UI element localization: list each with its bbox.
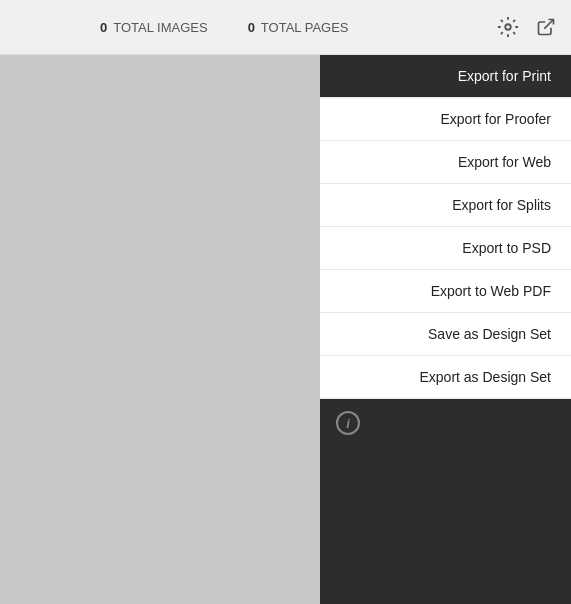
header-stats: 0 TOTAL IMAGES 0 TOTAL PAGES — [0, 20, 349, 35]
header: 0 TOTAL IMAGES 0 TOTAL PAGES — [0, 0, 571, 55]
svg-line-1 — [544, 20, 553, 29]
menu-item-export-psd[interactable]: Export to PSD — [320, 227, 571, 270]
menu-panel: Export for Print Export for Proofer Expo… — [320, 55, 571, 604]
settings-icon — [497, 16, 519, 38]
menu-item-export-splits[interactable]: Export for Splits — [320, 184, 571, 227]
menu-item-save-design-set[interactable]: Save as Design Set — [320, 313, 571, 356]
total-pages-label: TOTAL PAGES — [261, 20, 349, 35]
bottom-panel: i — [320, 399, 571, 604]
svg-point-0 — [505, 24, 511, 30]
info-button[interactable]: i — [336, 411, 360, 435]
main-area: Export for Print Export for Proofer Expo… — [0, 55, 571, 604]
settings-button[interactable] — [493, 12, 523, 42]
total-images-value: 0 — [100, 20, 107, 35]
external-link-icon — [536, 17, 556, 37]
total-images-label: TOTAL IMAGES — [113, 20, 207, 35]
external-link-button[interactable] — [531, 12, 561, 42]
menu-item-export-design-set[interactable]: Export as Design Set — [320, 356, 571, 399]
menu-item-export-webpdf[interactable]: Export to Web PDF — [320, 270, 571, 313]
canvas-area — [0, 55, 320, 604]
menu-item-export-print[interactable]: Export for Print — [320, 55, 571, 98]
menu-item-export-web[interactable]: Export for Web — [320, 141, 571, 184]
total-pages-value: 0 — [248, 20, 255, 35]
header-icons — [493, 12, 561, 42]
total-images-stat: 0 TOTAL IMAGES — [100, 20, 208, 35]
menu-item-export-proofer[interactable]: Export for Proofer — [320, 98, 571, 141]
total-pages-stat: 0 TOTAL PAGES — [248, 20, 349, 35]
app-container: 0 TOTAL IMAGES 0 TOTAL PAGES — [0, 0, 571, 604]
